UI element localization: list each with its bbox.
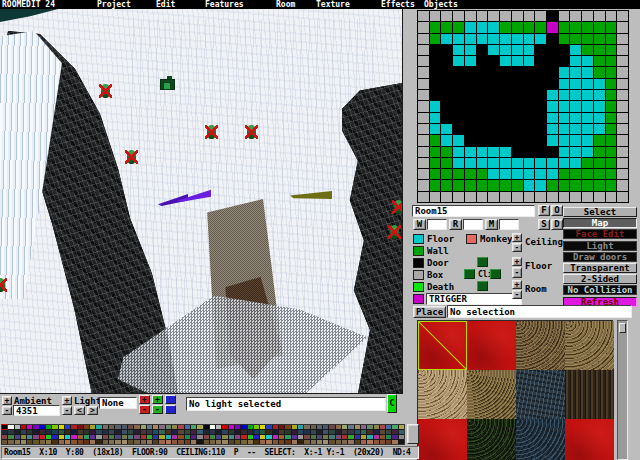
map-cell[interactable] <box>535 11 546 21</box>
palette-swatch[interactable] <box>298 425 303 429</box>
map-cell[interactable] <box>453 147 464 157</box>
palette-swatch[interactable] <box>172 440 177 444</box>
map-cell[interactable] <box>559 124 570 134</box>
map-cell[interactable] <box>453 34 464 44</box>
map-cell[interactable] <box>594 113 605 123</box>
map-cell[interactable] <box>465 135 476 145</box>
map-cell[interactable] <box>500 56 511 66</box>
palette-swatch[interactable] <box>317 440 322 444</box>
map-cell[interactable] <box>524 11 535 21</box>
palette-swatch[interactable] <box>361 435 366 439</box>
map-cell[interactable] <box>488 79 499 89</box>
map-cell[interactable] <box>500 192 511 202</box>
monkey-sprite[interactable] <box>388 224 401 240</box>
map-cell[interactable] <box>512 101 523 111</box>
palette-swatch[interactable] <box>191 440 196 444</box>
palette-swatch[interactable] <box>241 425 246 429</box>
map-cell[interactable] <box>488 45 499 55</box>
palette-swatch[interactable] <box>147 430 152 434</box>
map-cell[interactable] <box>582 158 593 168</box>
texture-cell-bluerock[interactable] <box>516 419 565 460</box>
map-cell[interactable] <box>570 113 581 123</box>
m-button[interactable]: M <box>485 219 498 230</box>
map-cell[interactable] <box>512 34 523 44</box>
corner-button-o[interactable]: O <box>551 205 563 216</box>
map-cell[interactable] <box>441 180 452 190</box>
map-cell[interactable] <box>488 101 499 111</box>
cli-up-button[interactable] <box>477 257 488 267</box>
map-cell[interactable] <box>582 113 593 123</box>
palette-swatch[interactable] <box>65 425 70 429</box>
map-cell[interactable] <box>418 113 429 123</box>
map-cell[interactable] <box>500 79 511 89</box>
map-cell[interactable] <box>617 113 628 123</box>
palette-swatch[interactable] <box>260 430 265 434</box>
camera-sprite[interactable] <box>160 79 175 90</box>
palette-swatch[interactable] <box>90 435 95 439</box>
map-cell[interactable] <box>418 101 429 111</box>
palette-swatch[interactable] <box>355 425 360 429</box>
map-cell[interactable] <box>594 169 605 179</box>
palette-swatch[interactable] <box>59 440 64 444</box>
blue-plus-button[interactable] <box>165 395 176 404</box>
map-cell[interactable] <box>488 135 499 145</box>
palette-swatch[interactable] <box>304 440 309 444</box>
palette-swatch[interactable] <box>317 430 322 434</box>
map-cell[interactable] <box>570 124 581 134</box>
map-cell[interactable] <box>477 147 488 157</box>
palette-swatch[interactable] <box>342 425 347 429</box>
red-minus-button[interactable]: - <box>139 405 150 414</box>
map-cell[interactable] <box>477 124 488 134</box>
palette-swatch[interactable] <box>59 425 64 429</box>
map-cell[interactable] <box>547 113 558 123</box>
mode-button-face-edit[interactable]: Face Edit <box>563 229 637 239</box>
map-cell[interactable] <box>524 90 535 100</box>
palette-swatch[interactable] <box>27 430 32 434</box>
map-cell[interactable] <box>500 180 511 190</box>
palette-swatch[interactable] <box>367 430 372 434</box>
palette-swatch[interactable] <box>386 440 391 444</box>
palette-swatch[interactable] <box>248 435 253 439</box>
palette-swatch[interactable] <box>71 430 76 434</box>
map-cell[interactable] <box>453 101 464 111</box>
map-cell[interactable] <box>535 34 546 44</box>
map-cell[interactable] <box>430 180 441 190</box>
legend-swatch-trigger[interactable] <box>413 294 424 304</box>
light-prev-button[interactable]: < <box>74 406 85 415</box>
palette-swatch[interactable] <box>279 435 284 439</box>
palette-swatch[interactable] <box>374 430 379 434</box>
texture-cell-red[interactable] <box>565 419 614 460</box>
light-name-input[interactable] <box>99 397 137 409</box>
palette-swatch[interactable] <box>298 435 303 439</box>
palette-swatch[interactable] <box>178 435 183 439</box>
palette-swatch[interactable] <box>304 435 309 439</box>
texture-cell-sand[interactable] <box>418 370 467 419</box>
map-cell[interactable] <box>617 135 628 145</box>
palette-swatch[interactable] <box>285 435 290 439</box>
ambient-value-input[interactable] <box>13 405 60 416</box>
map-cell[interactable] <box>524 158 535 168</box>
map-cell[interactable] <box>512 56 523 66</box>
map-cell[interactable] <box>524 180 535 190</box>
map-cell[interactable] <box>559 147 570 157</box>
map-cell[interactable] <box>500 158 511 168</box>
palette-swatch[interactable] <box>178 440 183 444</box>
palette-swatch[interactable] <box>222 430 227 434</box>
map-cell[interactable] <box>430 90 441 100</box>
palette-swatch[interactable] <box>159 425 164 429</box>
map-cell[interactable] <box>500 45 511 55</box>
map-cell[interactable] <box>606 56 617 66</box>
map-cell[interactable] <box>570 192 581 202</box>
palette-swatch[interactable] <box>204 425 209 429</box>
green-minus-button[interactable]: - <box>152 405 163 414</box>
viewport-3d[interactable] <box>0 9 403 394</box>
palette-swatch[interactable] <box>90 425 95 429</box>
map-cell[interactable] <box>418 79 429 89</box>
palette-swatch[interactable] <box>241 440 246 444</box>
map-cell[interactable] <box>441 158 452 168</box>
palette-swatch[interactable] <box>134 425 139 429</box>
map-cell[interactable] <box>582 11 593 21</box>
map-cell[interactable] <box>594 90 605 100</box>
map-cell[interactable] <box>559 45 570 55</box>
map-cell[interactable] <box>441 113 452 123</box>
